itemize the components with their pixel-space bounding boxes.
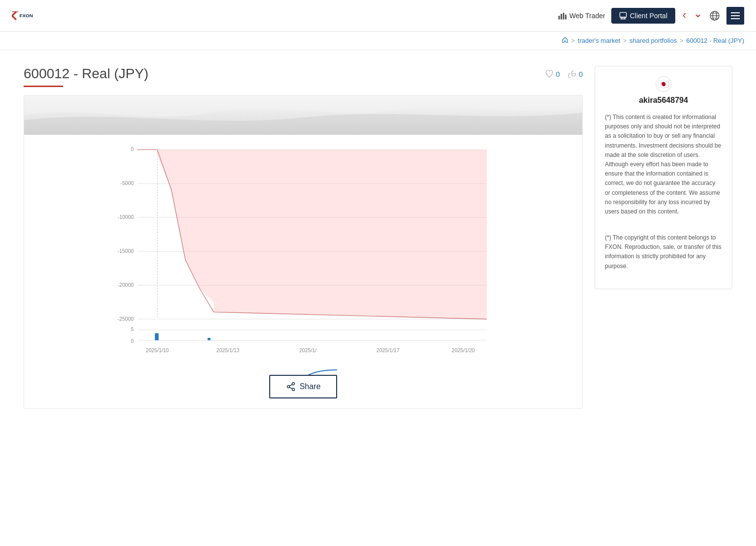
chart-container: 0 -5000 -10000 -15000 -20000 -25000 [24,95,583,409]
svg-text:FXON: FXON [19,13,32,18]
x-label-1: 2025/1/10 [146,347,169,353]
breadcrumb: > trader's market > shared portfolios > … [562,36,744,45]
y-label-25000: -25000 [118,316,134,322]
wave-background [24,95,582,135]
traders-market-breadcrumb[interactable]: trader's market [578,37,620,44]
vol-label-5: 5 [131,326,134,332]
svg-rect-8 [620,12,626,17]
svg-rect-4 [558,16,560,20]
breadcrumb-sep-3: > [680,37,683,44]
thumbs-up-icon [568,69,577,78]
svg-point-25 [292,383,294,385]
chart-icon [558,11,567,20]
y-label-15000: -15000 [118,248,134,254]
share-btn-row: Share [24,365,582,408]
portfolio-title: 600012 - Real (JPY) [24,66,149,82]
svg-rect-1 [12,14,17,20]
portfolio-title-row: 600012 - Real (JPY) 0 0 [24,66,583,82]
svg-rect-6 [563,13,564,20]
web-trader-button[interactable]: Web Trader [558,11,605,20]
breadcrumb-sep-2: > [623,37,627,44]
client-portal-label: Client Portal [630,12,667,20]
portfolio-actions: 0 0 [545,69,583,78]
y-label-0: 0 [131,146,134,152]
dropdown-chevron-icon [695,13,701,19]
logo: FXON [12,5,33,27]
svg-rect-7 [565,14,567,19]
svg-rect-14 [683,15,686,18]
heart-icon [545,69,554,78]
share-icon [286,382,296,392]
y-label-5000: -5000 [121,180,134,186]
header: FXON Web Trader Client Portal [0,0,756,31]
volume-bar-2 [208,338,211,340]
share-label: Share [300,382,321,391]
client-portal-button[interactable]: Client Portal [611,8,675,24]
web-trader-label: Web Trader [569,12,605,20]
svg-point-27 [292,388,294,391]
username: akira5648794 [639,96,688,105]
fxon-logo-svg: FXON [12,5,33,27]
chart-fill-area [137,150,487,319]
hamburger-icon [731,12,740,19]
svg-rect-15 [684,13,687,14]
y-label-10000: -10000 [118,214,134,220]
fxon-icon-button[interactable] [681,8,703,24]
svg-line-29 [289,387,292,389]
portal-icon [619,12,627,20]
hamburger-button[interactable] [726,7,744,25]
shared-portfolios-breadcrumb[interactable]: shared portfolios [630,37,677,44]
wave-svg [24,95,582,135]
disclaimer-text-1: (*) This content is created for informat… [605,113,722,216]
volume-bar [155,333,159,340]
chart-inner: 0 -5000 -10000 -15000 -20000 -25000 [24,135,582,365]
globe-icon [709,10,721,22]
svg-line-28 [289,385,292,386]
svg-rect-5 [561,14,562,19]
likes-count: 0 [579,70,583,78]
x-label-5: 2025/1/20 [452,347,475,353]
right-panel: 🇯🇵 akira5648794 (*) This content is crea… [595,66,732,409]
svg-point-26 [287,386,289,388]
globe-icon-button[interactable] [707,8,723,24]
disclaimer-text-2: (*) The copyright of this content belong… [605,233,722,271]
title-underline [24,86,63,87]
hearts-action[interactable]: 0 [545,69,560,78]
x-label-4: 2025/1/17 [377,347,400,353]
likes-action[interactable]: 0 [568,69,583,78]
header-icons [681,7,744,25]
home-icon [562,36,568,43]
left-panel: 600012 - Real (JPY) 0 0 [24,66,583,409]
breadcrumb-sep-1: > [571,37,575,44]
user-flag-name: 🇯🇵 akira5648794 [605,76,722,105]
hearts-count: 0 [556,70,560,78]
share-button[interactable]: Share [269,375,338,398]
current-page-breadcrumb: 600012 - Real (JPY) [686,37,744,44]
header-nav: Web Trader Client Portal [558,7,744,25]
flag-circle: 🇯🇵 [656,76,671,92]
main-content: 600012 - Real (JPY) 0 0 [0,50,756,425]
flag-emoji: 🇯🇵 [658,79,669,90]
user-card: 🇯🇵 akira5648794 (*) This content is crea… [595,66,732,289]
x-label-2: 2025/1/13 [217,347,240,353]
x-label-3: 2025/1/ [299,347,316,353]
vol-label-0: 0 [131,338,134,344]
fxon-small-icon [683,10,695,22]
main-chart-svg: 0 -5000 -10000 -15000 -20000 -25000 [28,143,578,359]
home-breadcrumb[interactable] [562,36,568,45]
y-label-20000: -20000 [118,282,134,288]
breadcrumb-bar: > trader's market > shared portfolios > … [0,31,756,50]
svg-rect-3 [12,11,18,12]
